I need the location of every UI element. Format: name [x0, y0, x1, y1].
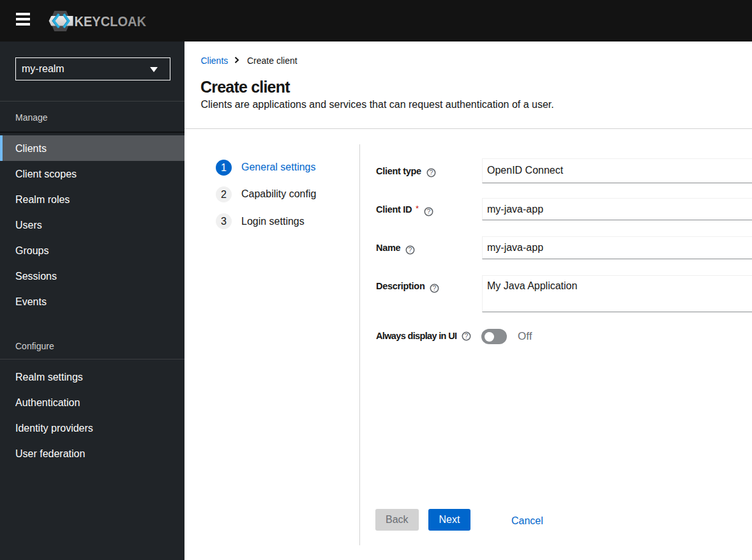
svg-text:KEYCLOAK: KEYCLOAK — [75, 14, 147, 29]
svg-text:?: ? — [429, 169, 433, 176]
svg-text:?: ? — [433, 284, 437, 292]
svg-text:?: ? — [409, 246, 412, 254]
svg-text:?: ? — [427, 208, 431, 215]
svg-text:?: ? — [465, 332, 469, 340]
